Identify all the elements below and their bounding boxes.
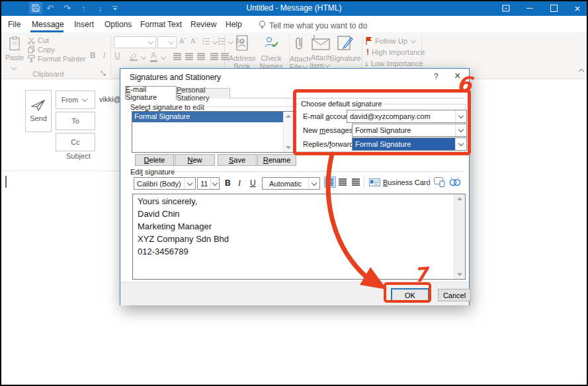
cc-button[interactable]: Cc (56, 133, 95, 151)
insert-hyperlink-icon[interactable] (449, 177, 461, 187)
business-card-button[interactable]: Business Card (369, 176, 431, 188)
paste-dropdown-icon (11, 65, 17, 70)
insert-picture-icon[interactable] (434, 177, 445, 187)
tab-help[interactable]: Help (226, 20, 242, 29)
signature-size-combobox[interactable]: 11 (197, 177, 220, 190)
italic-button[interactable]: I (103, 51, 105, 60)
format-painter-label: Format Painter (38, 55, 86, 63)
signature-line: David Chin (138, 209, 180, 219)
cut-label: Cut (38, 36, 49, 44)
underline-button[interactable]: U (114, 51, 120, 60)
collapse-ribbon-icon[interactable] (579, 69, 584, 74)
align-center-icon[interactable] (185, 53, 193, 54)
signature-listbox[interactable]: Formal Signature (132, 111, 294, 153)
clipboard-dialog-launcher-icon[interactable] (101, 71, 106, 77)
listbox-scrollbar[interactable] (283, 112, 294, 152)
save-button[interactable]: Save (218, 154, 257, 166)
cut-button[interactable]: Cut (28, 36, 49, 44)
high-importance-button[interactable]: ! High Importance (366, 48, 425, 57)
sig-align-center-icon[interactable] (339, 178, 347, 180)
ribbon-tab-bar: File Message Insert Options Format Text … (0, 16, 588, 32)
copy-button[interactable]: Copy (28, 46, 55, 54)
tell-me-box[interactable]: Tell me what you want to do (269, 21, 367, 30)
font-color-icon[interactable]: A (151, 51, 156, 60)
etched-line (194, 106, 293, 107)
bullets-icon[interactable] (202, 38, 210, 45)
tab-email-signature[interactable]: E-mail Signature (125, 86, 177, 99)
ribbon-display-options-button[interactable] (496, 0, 516, 16)
cancel-button[interactable]: Cancel (438, 289, 471, 301)
send-label: Send (30, 114, 47, 122)
decrease-indent-icon[interactable] (210, 53, 218, 54)
tab-options[interactable]: Options (105, 20, 132, 29)
from-button[interactable]: From (56, 91, 95, 109)
tab-message[interactable]: Message (32, 20, 64, 29)
sig-underline-button[interactable]: U (250, 178, 256, 188)
paste-label: Paste (4, 54, 25, 61)
lightbulb-icon (258, 20, 267, 30)
font-size-combobox[interactable] (157, 36, 177, 48)
to-button[interactable]: To (56, 112, 95, 130)
font-name-value: Calibri (Body) (134, 178, 184, 189)
send-button[interactable]: Send (25, 90, 52, 132)
new-button[interactable]: New (175, 154, 215, 166)
attach-item-button[interactable]: Attach Item (310, 35, 332, 69)
editor-scrollbar[interactable] (454, 194, 465, 279)
close-icon: × (575, 3, 581, 14)
align-right-icon[interactable] (197, 53, 205, 54)
tab-file[interactable]: File (8, 20, 21, 29)
to-label: To (71, 117, 79, 125)
tab-review[interactable]: Review (190, 20, 216, 29)
tab-personal-stationery[interactable]: Personal Stationery (176, 88, 230, 98)
sig-align-right-icon[interactable] (352, 178, 360, 180)
grow-font-icon[interactable]: Aˆ (179, 37, 187, 45)
scroll-down-icon[interactable] (286, 146, 291, 149)
font-size-value: 11 (198, 178, 210, 189)
rename-button[interactable]: Rename (257, 154, 296, 166)
text-highlight-icon[interactable] (128, 52, 139, 61)
tab-insert[interactable]: Insert (74, 20, 94, 29)
delete-button[interactable]: Delete (135, 154, 174, 166)
font-name-dropdown-icon[interactable] (184, 178, 195, 189)
cut-scissors-icon (28, 37, 35, 44)
check-names-button[interactable]: Check Names (257, 35, 286, 70)
group-divider (110, 35, 111, 75)
low-importance-button[interactable]: ↓ Low Importance (364, 59, 423, 68)
format-painter-button[interactable]: Format Painter (28, 55, 86, 63)
signature-line: XYZ Company Sdn Bhd (138, 234, 229, 244)
paperclip-icon (295, 35, 304, 52)
tab-format-text[interactable]: Format Text (140, 20, 182, 29)
from-label: From (62, 96, 79, 104)
close-button[interactable]: × (567, 0, 587, 16)
from-dropdown-icon (82, 96, 87, 102)
follow-up-button[interactable]: Follow Up (365, 36, 418, 45)
bold-button[interactable]: B (90, 51, 96, 60)
numbering-icon[interactable] (218, 38, 226, 45)
font-name-combobox[interactable] (114, 36, 156, 48)
font-size-dropdown-icon[interactable] (210, 178, 219, 189)
scroll-up-icon[interactable] (457, 197, 462, 200)
paste-button[interactable]: Paste (4, 35, 25, 72)
sig-italic-button[interactable]: I (238, 178, 241, 188)
signature-pen-icon (337, 35, 354, 52)
font-color-combobox[interactable]: Automatic (262, 177, 320, 190)
select-signature-label: Select signature to edit (130, 103, 204, 111)
shrink-font-icon[interactable]: Aˇ (190, 37, 198, 45)
dialog-help-button[interactable]: ? (434, 72, 439, 81)
sig-bold-button[interactable]: B (225, 178, 231, 188)
scroll-down-icon[interactable] (457, 273, 462, 276)
list-item-formal-signature[interactable]: Formal Signature (132, 112, 284, 122)
signature-font-combobox[interactable]: Calibri (Body) (134, 177, 196, 190)
envelope-icon (312, 35, 330, 51)
address-book-button[interactable]: Address Book (228, 35, 257, 70)
maximize-button[interactable] (544, 0, 564, 16)
minimize-button[interactable] (520, 0, 540, 16)
annotation-rect-ok (384, 282, 431, 303)
font-color-dropdown-icon[interactable] (308, 178, 319, 189)
address-book-label-1: Address (228, 54, 257, 62)
align-left-icon[interactable] (173, 53, 181, 54)
attach-file-button[interactable]: Attach File (290, 35, 310, 71)
scroll-up-icon[interactable] (286, 114, 291, 118)
font-color-dropdown-icon (161, 54, 166, 59)
copy-icon (28, 46, 35, 54)
